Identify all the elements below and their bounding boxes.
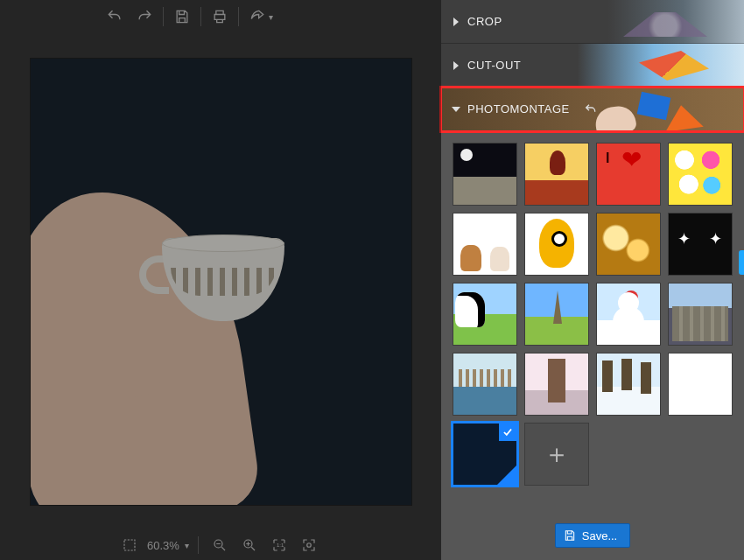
template-sparkler-dark[interactable] bbox=[669, 214, 732, 275]
template-dark-folded-corner[interactable] bbox=[453, 424, 516, 485]
template-moon-surface[interactable] bbox=[453, 144, 516, 205]
canvas-resize-button[interactable] bbox=[117, 533, 142, 557]
panel-header-cutout[interactable]: CUT-OUT bbox=[441, 44, 744, 88]
panel-title: PHOTOMONTAGE bbox=[467, 102, 570, 116]
actual-size-button[interactable]: 1:1 bbox=[267, 533, 291, 557]
template-autumn-tree[interactable] bbox=[525, 144, 588, 205]
expand-icon bbox=[453, 18, 459, 26]
add-template-button[interactable]: ＋ bbox=[525, 424, 588, 485]
panel-title: CUT-OUT bbox=[467, 59, 521, 72]
template-eiffel-grass[interactable] bbox=[525, 284, 588, 345]
panel-header-photomontage[interactable]: PHOTOMONTAGE bbox=[441, 88, 744, 131]
share-dropdown-icon[interactable]: ▾ bbox=[269, 12, 273, 22]
template-comic-bubbles[interactable] bbox=[669, 144, 732, 205]
save-button[interactable]: Save... bbox=[555, 523, 630, 548]
template-cartoon-monster[interactable] bbox=[525, 214, 588, 275]
toolbar-separator bbox=[200, 7, 201, 26]
zoom-dropdown-icon[interactable]: ▾ bbox=[185, 541, 189, 550]
expand-icon bbox=[453, 61, 459, 70]
subject-teacup bbox=[144, 238, 284, 326]
top-toolbar: ▾ bbox=[0, 0, 441, 33]
save-file-button[interactable] bbox=[167, 2, 197, 32]
template-pets[interactable] bbox=[453, 214, 516, 275]
side-panel: CROP CUT-OUT PHOTOMONTAGE ＋ bbox=[441, 0, 744, 560]
zoom-out-button[interactable] bbox=[207, 533, 232, 557]
menu-button[interactable] bbox=[5, 0, 39, 33]
save-button-label: Save... bbox=[582, 529, 617, 542]
template-i-love[interactable] bbox=[597, 144, 660, 205]
template-harbor[interactable] bbox=[453, 354, 516, 415]
collapse-icon bbox=[452, 107, 460, 112]
share-button[interactable] bbox=[242, 2, 272, 32]
panel-decorative-shapes bbox=[613, 93, 718, 128]
toolbar-separator bbox=[238, 7, 239, 26]
template-cow-field[interactable] bbox=[453, 284, 516, 345]
undo-button[interactable] bbox=[100, 2, 130, 32]
template-golden-bokeh[interactable] bbox=[597, 214, 660, 275]
editor-canvas[interactable] bbox=[31, 59, 411, 505]
zoom-in-button[interactable] bbox=[237, 533, 262, 557]
selected-check-icon bbox=[499, 424, 516, 441]
panel-header-crop[interactable]: CROP bbox=[441, 0, 744, 44]
template-cherry-blossom[interactable] bbox=[525, 354, 588, 415]
svg-rect-0 bbox=[124, 540, 135, 550]
template-winter-trees[interactable] bbox=[597, 354, 660, 415]
template-city-skyline[interactable] bbox=[669, 284, 732, 345]
fit-screen-button[interactable] bbox=[297, 533, 321, 557]
template-plain-white[interactable] bbox=[669, 354, 732, 415]
panel-collapse-handle[interactable] bbox=[739, 250, 744, 275]
redo-button[interactable] bbox=[130, 2, 159, 32]
plus-icon: ＋ bbox=[544, 437, 570, 472]
photomontage-templates: ＋ bbox=[441, 131, 744, 516]
template-snowman[interactable] bbox=[597, 284, 660, 345]
editor-canvas-area bbox=[0, 33, 441, 530]
print-button[interactable] bbox=[205, 2, 235, 32]
svg-point-4 bbox=[307, 543, 312, 548]
zoom-level-label: 60.3% bbox=[147, 539, 179, 552]
status-bar: 60.3% ▾ 1:1 bbox=[0, 530, 441, 560]
toolbar-separator bbox=[163, 7, 164, 26]
svg-text:1:1: 1:1 bbox=[277, 542, 284, 548]
panel-title: CROP bbox=[467, 15, 502, 28]
reset-photomontage-button[interactable] bbox=[584, 102, 598, 116]
